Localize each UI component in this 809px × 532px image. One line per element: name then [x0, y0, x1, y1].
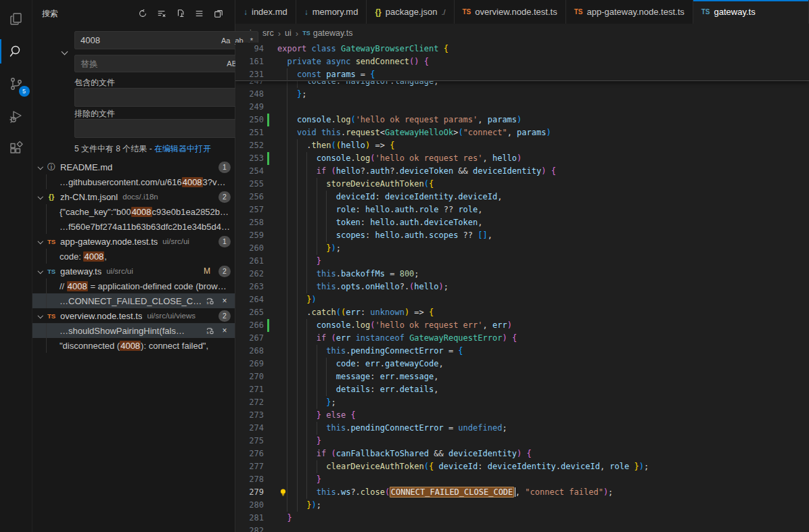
code-line-250: 250 console.log('hello ok request params… [235, 114, 809, 126]
result-file-row[interactable]: ⓘREADME.md1 [32, 160, 235, 174]
match-preview: …f560e7bf274a11b63b63dfc2b1e34b5d4… [60, 222, 231, 232]
code-editor[interactable]: 247 locale: navigator.language,248 };249… [235, 43, 809, 532]
sticky-line-161[interactable]: 161 private async sendConnect() { [235, 55, 809, 68]
code-line-257: 257 role: hello.auth.role ?? role, [235, 203, 809, 216]
collapse-chevron-icon[interactable] [35, 239, 46, 243]
search-results-tree: ⓘREADME.md1…githubusercontent.com/u/6164… [32, 160, 235, 353]
tab-label: overview.node.test.ts [475, 7, 557, 17]
info-icon: ⓘ [46, 162, 57, 173]
result-match-row[interactable]: {"cache_key":"b004008c93e0b1ea2852b… [32, 204, 235, 219]
refresh-button[interactable] [136, 7, 149, 20]
code-line-259: 259 scopes: hello.auth.scopes ?? [], [235, 229, 809, 242]
collapse-chevron-icon[interactable] [35, 195, 46, 199]
result-file-row[interactable]: TSgateway.tsui/src/uiM2 [32, 264, 235, 279]
file-name: gateway.ts [60, 266, 101, 276]
sticky-line-231[interactable]: 231 const params = { [235, 68, 809, 81]
match-count-badge: 2 [218, 191, 231, 203]
search-toolbar [136, 7, 225, 20]
code-line-261: 261 } [235, 255, 809, 268]
code-line-282: 282 [235, 525, 809, 532]
match-preview: …shouldShowPairingHint(fals… [60, 326, 201, 336]
typescript-icon: TS [46, 268, 57, 275]
open-in-editor-link[interactable]: 在编辑器中打开 [154, 144, 211, 153]
tab-overview.node.test.ts[interactable]: TSoverview.node.test.ts [455, 0, 566, 24]
code-line-255: 255 storeDeviceAuthToken({ [235, 178, 809, 191]
result-match-row[interactable]: code: 4008, [32, 249, 235, 264]
match-count-badge: 1 [218, 162, 231, 173]
ts-test-file-icon: TS [574, 8, 583, 16]
replace-input[interactable] [75, 55, 227, 72]
open-new-search-editor-button[interactable] [174, 7, 187, 20]
code-line-272: 272 }; [235, 396, 809, 409]
search-input[interactable] [75, 32, 221, 49]
code-line-281: 281 } [235, 512, 809, 525]
sticky-line-94[interactable]: 94export class GatewayBrowserClient { [235, 43, 809, 55]
code-line-251: 251 void this.request<GatewayHelloOk>("c… [235, 126, 809, 139]
breadcrumb-item[interactable]: ui [285, 28, 292, 38]
activity-item-source-control[interactable]: 5 [0, 68, 32, 100]
code-line-260: 260 }); [235, 242, 809, 255]
dismiss-match-button[interactable]: × [218, 324, 231, 337]
replace-match-button[interactable]: b [204, 295, 216, 307]
activity-item-extensions[interactable] [0, 132, 32, 165]
code-line-271: 271 details: err.details, [235, 383, 809, 396]
match-preview: // 4008 = application-defined code (brow… [60, 281, 231, 291]
files-to-exclude-input[interactable] [75, 120, 239, 137]
breadcrumb-item[interactable]: src [262, 28, 274, 38]
breadcrumb-item[interactable]: TSgateway.ts [302, 28, 352, 38]
tab-memory.md[interactable]: ↓memory.md [296, 0, 367, 24]
dismiss-match-button[interactable]: × [218, 295, 231, 307]
clear-search-results-button[interactable] [155, 7, 168, 20]
collapse-all-button[interactable] [193, 7, 206, 20]
tab-label: gateway.ts [714, 7, 756, 17]
activity-item-explorer[interactable] [0, 3, 32, 35]
files-to-include-box [74, 88, 258, 107]
added-line-marker [267, 114, 269, 126]
activity-bar: 5 [0, 0, 32, 532]
code-line-262: 262 this.backoffMs = 800; [235, 268, 809, 281]
code-line-258: 258 token: hello.auth.deviceToken, [235, 216, 809, 229]
replace-match-button[interactable]: b [204, 324, 216, 337]
result-file-row[interactable]: {}zh-CN.tm.jsonldocs/.i18n2 [32, 189, 235, 204]
code-line-273: 273 } else { [235, 409, 809, 422]
result-match-row[interactable]: …githubusercontent.com/u/61640083?v… [32, 174, 235, 189]
code-line-265: 265 .catch((err: unknown) => { [235, 306, 809, 319]
match-case-toggle[interactable]: Aa [221, 37, 230, 45]
ts-test-file-icon: TS [463, 8, 471, 16]
code-line-277: 277 clearDeviceAuthToken({ deviceId: dev… [235, 460, 809, 473]
modified-badge: M [204, 266, 210, 276]
collapse-chevron-icon[interactable] [35, 314, 46, 318]
code-line-253: 253 console.log('hello ok request res', … [235, 152, 809, 165]
collapse-chevron-icon[interactable] [35, 269, 46, 273]
explorer-icon [8, 11, 24, 27]
result-match-row[interactable]: …CONNECT_FAILED_CLOSE_C…b× [32, 293, 235, 308]
tab-index.md[interactable]: ↓index.md [235, 0, 296, 24]
activity-item-run-and-debug[interactable] [0, 100, 32, 132]
result-file-row[interactable]: TSapp-gateway.node.test.tsui/src/ui1 [32, 234, 235, 249]
tab-label: app-gateway.node.test.ts [586, 7, 684, 17]
match-count-badge: 2 [218, 310, 231, 322]
result-file-row[interactable]: TSoverview.node.test.tsui/src/ui/views2 [32, 308, 235, 323]
tab-gateway.ts[interactable]: TSgateway.ts [693, 0, 809, 24]
result-match-row[interactable]: "disconnected (4008): connect failed", [32, 338, 235, 353]
code-line-263: 263 this.opts.onHello?.(hello); [235, 281, 809, 293]
json-icon: {} [46, 193, 57, 201]
search-sidebar: 搜索 Aaab.* AB 包含的文件 ··· 排除的文件 [32, 0, 235, 532]
open-in-editor-button[interactable] [212, 7, 225, 20]
json-file-icon: {} [375, 7, 381, 17]
result-match-row[interactable]: // 4008 = application-defined code (brow… [32, 279, 235, 293]
file-name: README.md [60, 162, 112, 172]
collapse-chevron-icon[interactable] [35, 165, 46, 169]
tab-package.json[interactable]: {}package.json./ [367, 0, 454, 24]
toggle-replace-button[interactable] [62, 46, 72, 55]
result-match-row[interactable]: …shouldShowPairingHint(fals…b× [32, 323, 235, 338]
code-line-276: 276 if (canFallbackToShared && deviceIde… [235, 448, 809, 460]
tab-app-gateway.node.test.ts[interactable]: TSapp-gateway.node.test.ts [566, 0, 693, 24]
code-line-256: 256 deviceId: deviceIdentity.deviceId, [235, 191, 809, 203]
result-match-row[interactable]: …f560e7bf274a11b63b63dfc2b1e34b5d4… [32, 219, 235, 234]
files-to-include-input[interactable] [75, 89, 241, 106]
activity-item-search[interactable] [0, 35, 32, 68]
file-path: ui/src/ui/views [147, 312, 216, 320]
code-line-264: 264 }) [235, 293, 809, 306]
code-line-248: 248 }; [235, 88, 809, 101]
